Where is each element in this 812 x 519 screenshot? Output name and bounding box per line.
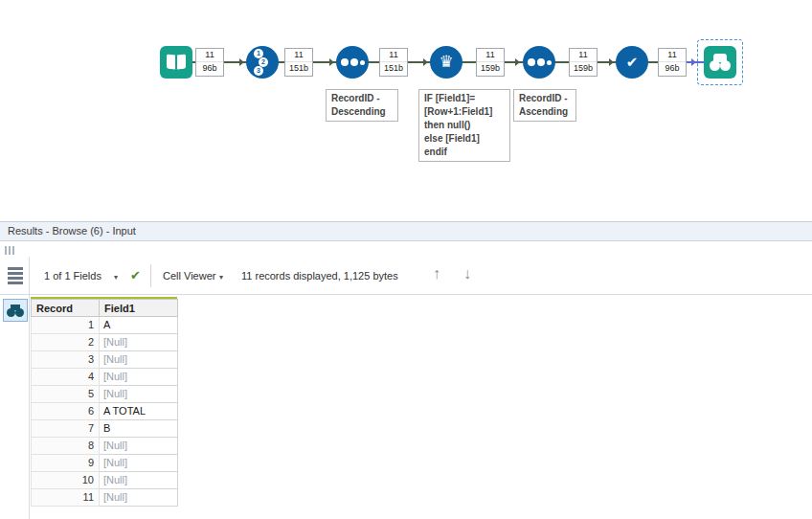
connection-count-badge[interactable]: 11 96b <box>658 48 687 77</box>
field1-value-cell[interactable]: [Null] <box>100 455 178 472</box>
badge-record-count: 11 <box>659 49 686 61</box>
badge-size: 159b <box>477 61 504 75</box>
header-row: Record Field1 <box>32 300 178 317</box>
table-row: 7B <box>32 420 178 438</box>
badge-size: 151b <box>380 61 407 75</box>
field1-value-cell[interactable]: [Null] <box>100 489 178 507</box>
record-number-cell[interactable]: 7 <box>32 420 100 438</box>
crown-icon <box>430 46 462 79</box>
record-number-cell[interactable]: 10 <box>32 472 100 489</box>
connection-arrow-icon <box>423 58 428 66</box>
numbered-circles-icon: 1 2 3 <box>246 46 279 79</box>
field1-value-cell[interactable]: B <box>100 420 178 438</box>
badge-record-count: 11 <box>477 49 504 61</box>
table-row: 6A TOTAL <box>32 403 178 420</box>
fields-dropdown[interactable]: 1 of 1 Fields <box>44 270 102 282</box>
results-toolbar: 1 of 1 Fields ▾ Cell Viewer ▾ 11 records… <box>0 257 812 295</box>
binoculars-icon <box>710 54 731 71</box>
scroll-down-icon[interactable]: ↓ <box>463 265 471 282</box>
chevron-down-icon[interactable]: ▾ <box>219 273 223 282</box>
apply-check-icon[interactable] <box>130 268 141 282</box>
annotation-sort-ascending[interactable]: RecordID - Ascending <box>513 89 576 122</box>
checkmark-icon <box>616 46 648 79</box>
results-pane-header: Results - Browse (6) - Input <box>0 221 812 241</box>
table-row: 1A <box>32 317 178 334</box>
column-header-field1[interactable]: Field1 <box>100 300 178 317</box>
connection-count-badge[interactable]: 11 159b <box>569 48 598 77</box>
connection-count-badge[interactable]: 11 151b <box>379 48 408 77</box>
field1-value-cell[interactable]: [Null] <box>100 351 178 369</box>
record-number-cell[interactable]: 3 <box>32 351 100 369</box>
records-status-text: 11 records displayed, 1,125 bytes <box>241 270 398 282</box>
sort-tool-descending[interactable] <box>336 46 369 79</box>
table-row: 5[Null] <box>32 386 178 403</box>
results-pane-title: Results - Browse (6) - Input <box>8 225 136 237</box>
results-table-body: 1A2[Null]3[Null]4[Null]5[Null]6A TOTAL7B… <box>32 317 178 507</box>
badge-record-count: 11 <box>380 49 407 61</box>
field1-value-cell[interactable]: [Null] <box>100 334 178 351</box>
column-header-record[interactable]: Record <box>32 300 100 317</box>
badge-record-count: 11 <box>285 49 312 61</box>
record-number-cell[interactable]: 8 <box>32 438 100 455</box>
connection-arrow-icon <box>239 58 244 66</box>
alteryx-designer-screenshot: 11 96b 1 2 3 11 151b 11 151b 11 159b <box>0 0 812 519</box>
connection-arrow-icon <box>609 58 614 66</box>
record-number-cell[interactable]: 1 <box>32 317 100 334</box>
sort-tool-ascending[interactable] <box>523 46 555 79</box>
check-tool[interactable] <box>616 46 648 79</box>
sort-dots-icon <box>336 46 369 79</box>
table-row: 9[Null] <box>32 455 178 472</box>
table-row: 4[Null] <box>32 369 178 386</box>
connection-count-badge[interactable]: 11 151b <box>284 48 313 77</box>
browse-tool[interactable] <box>704 46 736 79</box>
record-id-tool[interactable]: 1 2 3 <box>246 46 279 79</box>
annotation-sort-descending[interactable]: RecordID - Descending <box>326 89 398 122</box>
toolbar-divider <box>150 264 151 287</box>
badge-size: 96b <box>659 61 686 75</box>
badge-record-count: 11 <box>570 49 597 61</box>
record-number-cell[interactable]: 2 <box>32 334 100 351</box>
table-row: 2[Null] <box>32 334 178 351</box>
field1-value-cell[interactable]: A <box>100 317 178 334</box>
field1-value-cell[interactable]: [Null] <box>100 472 178 489</box>
badge-record-count: 11 <box>196 49 223 61</box>
book-icon <box>167 55 186 70</box>
table-row: 3[Null] <box>32 351 178 369</box>
scroll-up-icon[interactable]: ↑ <box>433 265 440 282</box>
pane-resize-grip-icon[interactable] <box>4 246 15 255</box>
record-number-cell[interactable]: 11 <box>32 489 100 507</box>
connection-count-badge[interactable]: 11 96b <box>195 48 224 77</box>
record-number-cell[interactable]: 5 <box>32 386 100 403</box>
connection-count-badge[interactable]: 11 159b <box>476 48 505 77</box>
table-row: 10[Null] <box>32 472 178 489</box>
binoculars-small-icon <box>7 305 24 317</box>
badge-size: 96b <box>196 61 223 75</box>
connection-arrow-icon <box>329 58 334 66</box>
results-grid: Record Field1 1A2[Null]3[Null]4[Null]5[N… <box>31 297 178 507</box>
field1-value-cell[interactable]: [Null] <box>100 438 178 455</box>
field1-value-cell[interactable]: [Null] <box>100 369 178 386</box>
sort-dots-icon <box>523 46 555 79</box>
cell-viewer-dropdown[interactable]: Cell Viewer <box>163 270 215 282</box>
chevron-down-icon[interactable]: ▾ <box>114 273 118 282</box>
input-data-tool[interactable] <box>160 46 192 79</box>
record-number-cell[interactable]: 9 <box>32 455 100 472</box>
field1-value-cell[interactable]: A TOTAL <box>100 403 178 420</box>
table-layout-icon[interactable] <box>8 267 23 283</box>
annotation-formula[interactable]: IF [Field1]= [Row+1:Field1] then null() … <box>418 89 510 162</box>
field1-value-cell[interactable]: [Null] <box>100 386 178 403</box>
connection-arrow-icon <box>691 58 696 66</box>
record-number-cell[interactable]: 6 <box>32 403 100 420</box>
browse-output-tab[interactable] <box>3 299 28 322</box>
table-row: 11[Null] <box>32 489 178 507</box>
results-left-strip <box>0 257 30 519</box>
record-number-cell[interactable]: 4 <box>32 369 100 386</box>
table-row: 8[Null] <box>32 438 178 455</box>
multi-row-formula-tool[interactable] <box>430 46 462 79</box>
badge-size: 151b <box>285 61 312 75</box>
badge-size: 159b <box>570 61 597 75</box>
workflow-canvas[interactable]: 11 96b 1 2 3 11 151b 11 151b 11 159b <box>0 0 812 221</box>
connection-arrow-icon <box>515 58 520 66</box>
